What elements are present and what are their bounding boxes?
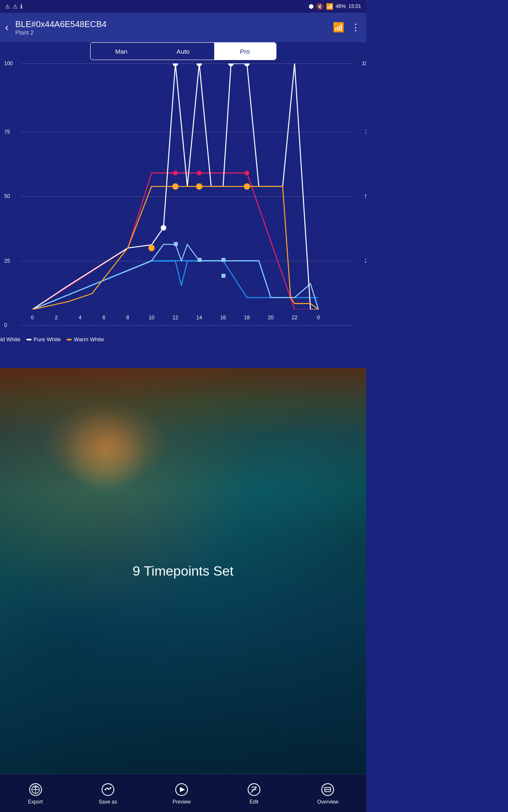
status-bar-right: ⬢ 🔇 📶 48% 15:01	[309, 3, 361, 10]
point-orange-1	[173, 184, 178, 189]
pink-line	[33, 173, 319, 310]
svg-point-8	[110, 787, 111, 789]
svg-marker-10	[180, 787, 185, 792]
y-label-50: 50	[4, 193, 10, 199]
y-label-100: 100	[4, 60, 13, 66]
nav-preview-label: Preview	[173, 799, 191, 805]
x-label-14: 14	[196, 315, 202, 321]
point-coldwhite-1	[174, 242, 178, 246]
status-bar: ⚠ ⚠ ℹ ⬢ 🔇 📶 48% 15:01	[0, 0, 366, 13]
point-orange-4	[149, 245, 154, 251]
point-white-3	[229, 63, 233, 66]
preview-icon	[174, 782, 189, 797]
x-label-6: 6	[102, 315, 105, 321]
app-bar-actions: 📶 ⋮	[333, 22, 361, 33]
x-label-12: 12	[173, 315, 179, 321]
chart-inner: 0 0 25 25 50 50 75 75 100 100	[21, 51, 353, 343]
legend-pure-white-dot	[26, 339, 31, 340]
app-title: BLE#0x44A6E548ECB4	[15, 19, 333, 29]
x-label-0: 0	[31, 315, 34, 321]
nav-edit[interactable]: Edit	[246, 782, 262, 805]
point-white-1	[173, 63, 178, 66]
point-white-2	[197, 63, 202, 66]
legend-cold-white: Cold White	[0, 336, 20, 343]
y-label-100-right: 100	[362, 60, 366, 66]
bluetooth-action-icon[interactable]: 📶	[333, 22, 344, 33]
point-pink-2	[197, 171, 201, 175]
edit-icon	[246, 782, 262, 797]
warning-icon-2: ⚠	[13, 3, 18, 10]
x-label-22: 22	[292, 315, 298, 321]
y-label-25: 25	[4, 258, 10, 264]
tab-man[interactable]: Man	[91, 43, 152, 60]
more-options-icon[interactable]: ⋮	[351, 22, 361, 33]
bluetooth-icon: ⬢	[309, 3, 314, 10]
y-label-50-right: 50	[365, 193, 366, 199]
legend-warm-white-dot	[67, 339, 72, 340]
warning-icon-1: ⚠	[5, 3, 10, 10]
nav-preview[interactable]: Preview	[173, 782, 191, 805]
back-button[interactable]: ‹	[5, 22, 8, 33]
save-icon	[100, 782, 116, 797]
time-text: 15:01	[348, 3, 361, 9]
app-subtitle: Plant 2	[15, 29, 333, 36]
battery-text: 48%	[336, 3, 346, 9]
mute-icon: 🔇	[316, 3, 323, 10]
y-label-25-right: 25	[365, 258, 366, 264]
ocean-section: 9 Timepoints Set	[0, 368, 366, 774]
bottom-nav: Export Save as Preview	[0, 774, 366, 812]
point-pink-1	[174, 171, 177, 175]
x-label-16: 16	[220, 315, 226, 321]
point-coldwhite-3	[221, 258, 225, 262]
svg-point-7	[107, 788, 109, 790]
chart-svg: 0 2 4 6 8 10 12 14 16 18 20 22 0	[21, 63, 353, 321]
tab-auto[interactable]: Auto	[152, 43, 214, 60]
chart-area: 0 0 25 25 50 50 75 75 100 100	[0, 42, 366, 368]
blue-line-actual	[33, 261, 319, 309]
tabs-container: Man Auto Pro	[90, 42, 276, 60]
timepoints-text: 9 Timepoints Set	[133, 563, 233, 579]
legend-warm-white-label: Warm White	[74, 336, 104, 343]
grid-line-0: 0 0	[21, 325, 353, 326]
blue-line	[33, 261, 319, 309]
sun-glow	[42, 402, 169, 486]
export-icon	[28, 782, 43, 797]
info-icon: ℹ	[20, 3, 22, 10]
nav-export-label: Export	[28, 799, 43, 805]
svg-line-13	[251, 792, 251, 793]
app-bar: ‹ BLE#0x44A6E548ECB4 Plant 2 📶 ⋮	[0, 13, 366, 42]
status-bar-left: ⚠ ⚠ ℹ	[5, 3, 22, 10]
svg-point-6	[105, 789, 106, 790]
point-coldwhite-4	[221, 274, 225, 277]
nav-overview-label: Overview	[317, 799, 338, 805]
chart-legend: Pink Blue Cold White Pure White Warm Whi…	[0, 336, 188, 343]
x-label-24: 0	[317, 315, 320, 321]
legend-pure-white: Pure White	[26, 336, 61, 343]
tab-pro[interactable]: Pro	[214, 43, 276, 60]
point-white-5	[161, 225, 166, 230]
legend-pure-white-label: Pure White	[33, 336, 61, 343]
point-white-4	[245, 63, 249, 66]
y-label-75: 75	[4, 129, 10, 135]
x-label-2: 2	[55, 315, 58, 321]
x-label-10: 10	[149, 315, 155, 321]
x-label-20: 20	[268, 315, 274, 321]
x-label-4: 4	[79, 315, 82, 321]
nav-save-label: Save as	[99, 799, 117, 805]
point-pink-3	[245, 171, 249, 175]
nav-export[interactable]: Export	[28, 782, 43, 805]
y-label-75-right: 75	[365, 129, 366, 135]
nav-overview[interactable]: Overview	[317, 782, 338, 805]
x-label-8: 8	[126, 315, 129, 321]
nav-save-as[interactable]: Save as	[99, 782, 117, 805]
nav-edit-label: Edit	[250, 799, 259, 805]
title-group: BLE#0x44A6E548ECB4 Plant 2	[15, 19, 333, 36]
warm-white-line	[33, 187, 319, 310]
x-label-18: 18	[244, 315, 250, 321]
legend-warm-white: Warm White	[67, 336, 104, 343]
point-orange-3	[244, 184, 250, 189]
wifi-icon: 📶	[326, 3, 333, 10]
legend-cold-white-label: Cold White	[0, 336, 20, 343]
overview-icon	[320, 782, 335, 797]
point-coldwhite-2	[198, 258, 202, 262]
